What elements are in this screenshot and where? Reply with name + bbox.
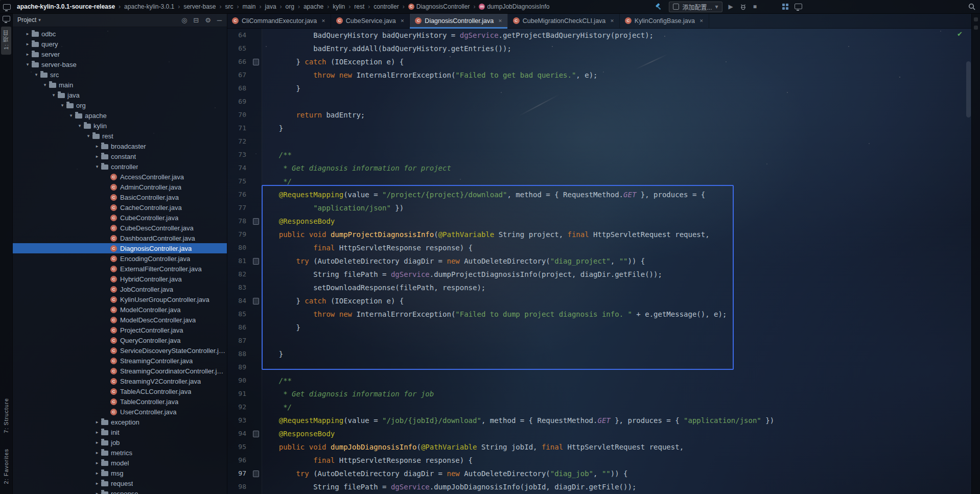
chevron-down-icon[interactable]: ▾ <box>38 17 41 22</box>
tree-item-folder[interactable]: ▸job <box>12 437 227 448</box>
tree-item-folder[interactable]: ▸init <box>12 427 227 437</box>
breadcrumb-item[interactable]: org <box>284 3 296 11</box>
breadcrumb-item[interactable]: src <box>223 3 236 11</box>
sidebar-item-project[interactable]: 1: 项目 <box>1 27 11 55</box>
line-number[interactable]: 84 <box>227 294 250 308</box>
code-line[interactable]: 87 <box>227 334 972 347</box>
code-line[interactable]: 69 <box>227 95 972 108</box>
code-line[interactable]: 71 } <box>227 122 972 135</box>
tree-item-file[interactable]: CTableACLController.java <box>12 386 227 396</box>
line-number[interactable]: 69 <box>227 95 250 108</box>
code-line[interactable]: 96 final HttpServletResponse response) { <box>227 454 972 467</box>
line-number[interactable]: 87 <box>227 334 250 347</box>
code-line[interactable]: 67 throw new InternalErrorException("Fai… <box>227 68 972 82</box>
tree-item-folder[interactable]: ▸broadcaster <box>12 141 227 151</box>
tree-item-folder[interactable]: ▾kylin <box>12 121 227 131</box>
code-line[interactable]: 65 badEntry.addAll(badQueryHistory.getEn… <box>227 42 972 55</box>
code-line[interactable]: 94 @ResponseBody <box>227 427 972 440</box>
breadcrumb-item[interactable]: CDiagnosisController <box>406 3 472 11</box>
line-number[interactable]: 71 <box>227 122 250 135</box>
breadcrumb-item[interactable]: controller <box>371 3 401 11</box>
line-number[interactable]: 83 <box>227 281 250 294</box>
project-panel-title[interactable]: Project <box>17 16 36 23</box>
tree-item-folder[interactable]: ▸model <box>12 458 227 468</box>
close-icon[interactable]: ✕ <box>610 18 614 23</box>
close-icon[interactable]: ✕ <box>699 18 704 23</box>
tree-item-file[interactable]: CJobController.java <box>12 284 227 294</box>
sidebar-item-favorites[interactable]: 2: Favorites <box>2 445 10 489</box>
line-number[interactable]: 79 <box>227 228 250 241</box>
line-number[interactable]: 77 <box>227 201 250 215</box>
chevron-right-icon[interactable]: ▸ <box>94 430 101 435</box>
tree-item-folder[interactable]: ▸odbc <box>12 29 227 39</box>
chevron-right-icon[interactable]: ▸ <box>24 41 31 46</box>
code-line[interactable]: 88 } <box>227 347 972 361</box>
tree-item-file[interactable]: CServiceDiscoveryStateController.java <box>12 345 227 356</box>
line-number[interactable]: 90 <box>227 374 250 387</box>
tree-item-file[interactable]: CProjectController.java <box>12 325 227 335</box>
tree-item-folder[interactable]: ▸constant <box>12 151 227 161</box>
code-line[interactable]: 92 */ <box>227 401 972 414</box>
line-number[interactable]: 65 <box>227 42 250 55</box>
line-number[interactable]: 76 <box>227 188 250 201</box>
run-button[interactable]: ▶ <box>729 4 733 10</box>
line-number[interactable]: 75 <box>227 175 250 188</box>
line-number[interactable]: 81 <box>227 254 250 268</box>
breadcrumb-item[interactable]: main <box>241 3 258 11</box>
locate-file-icon[interactable]: ◎ <box>181 17 187 23</box>
code-line[interactable]: 86 } <box>227 321 972 334</box>
monitor-icon[interactable] <box>795 2 802 11</box>
breadcrumb-item[interactable]: mdumpJobDiagnosisInfo <box>477 3 551 11</box>
editor-scrollbar[interactable] <box>966 61 971 117</box>
run-config-selector[interactable]: 添加配置... ▾ <box>669 2 722 12</box>
tree-item-file[interactable]: CExternalFilterController.java <box>12 264 227 274</box>
code-line[interactable]: 72 <box>227 135 972 148</box>
breadcrumb-item[interactable]: java <box>263 3 278 11</box>
chevron-right-icon[interactable]: ▸ <box>94 471 101 476</box>
chevron-down-icon[interactable]: ▾ <box>59 103 66 108</box>
tree-item-folder[interactable]: ▾controller <box>12 161 227 172</box>
tree-item-folder[interactable]: ▾org <box>12 100 227 110</box>
chevron-down-icon[interactable]: ▾ <box>94 164 101 169</box>
gutter-icon[interactable] <box>250 218 262 225</box>
breadcrumb-item[interactable]: kylin <box>331 3 347 11</box>
tree-item-file[interactable]: CStreamingController.java <box>12 356 227 366</box>
line-number[interactable]: 92 <box>227 401 250 414</box>
chevron-right-icon[interactable]: ▸ <box>94 491 101 494</box>
line-number[interactable]: 85 <box>227 308 250 321</box>
chevron-down-icon[interactable]: ▾ <box>24 62 31 67</box>
build-hammer-icon[interactable] <box>655 3 663 11</box>
tree-item-file[interactable]: CHybridController.java <box>12 274 227 284</box>
tree-item-folder[interactable]: ▸response <box>12 488 227 494</box>
tree-item-file[interactable]: CStreamingV2Controller.java <box>12 376 227 386</box>
editor-tab[interactable]: CCubeMigrationCheckCLI.java✕ <box>508 13 620 28</box>
tree-item-file[interactable]: CDiagnosisController.java <box>12 243 227 253</box>
code-line[interactable]: 97 try (AutoDeleteDirectory diagDir = ne… <box>227 467 972 480</box>
editor-tab[interactable]: CCliCommandExecutor.java✕ <box>227 13 331 28</box>
editor-tab[interactable]: CCubeService.java✕ <box>331 13 410 28</box>
tree-item-folder[interactable]: ▸query <box>12 39 227 49</box>
tree-item-folder[interactable]: ▾server-base <box>12 59 227 69</box>
chevron-right-icon[interactable]: ▸ <box>24 31 31 36</box>
breadcrumb-item[interactable]: server-base <box>181 3 218 11</box>
chevron-down-icon[interactable]: ▾ <box>41 82 49 87</box>
code-line[interactable]: 70 return badEntry; <box>227 108 972 122</box>
breadcrumb-item[interactable]: apache-kylin-3.0.1-source-release <box>15 3 117 11</box>
line-number[interactable]: 91 <box>227 387 250 401</box>
tree-item-file[interactable]: CStreamingCoordinatorController.java <box>12 366 227 376</box>
tree-item-file[interactable]: CUserController.java <box>12 407 227 417</box>
line-number[interactable]: 73 <box>227 148 250 161</box>
line-number[interactable]: 89 <box>227 361 250 374</box>
chevron-right-icon[interactable]: ▸ <box>94 154 101 159</box>
breadcrumb-item[interactable]: apache-kylin-3.0.1 <box>122 3 176 11</box>
right-strip-icon[interactable] <box>974 26 978 30</box>
tree-item-file[interactable]: CQueryController.java <box>12 335 227 345</box>
tree-item-file[interactable]: CAccessController.java <box>12 172 227 182</box>
code-line[interactable]: 80 final HttpServletResponse response) { <box>227 241 972 254</box>
code-line[interactable]: 93 @RequestMapping(value = "/job/{jobId}… <box>227 414 972 427</box>
line-number[interactable]: 93 <box>227 414 250 427</box>
inspections-ok-icon[interactable]: ✔ <box>957 30 963 38</box>
tree-item-file[interactable]: CEncodingController.java <box>12 253 227 264</box>
code-line[interactable]: 79 public void dumpProjectDiagnosisInfo(… <box>227 228 972 241</box>
tree-item-file[interactable]: CCubeController.java <box>12 213 227 223</box>
